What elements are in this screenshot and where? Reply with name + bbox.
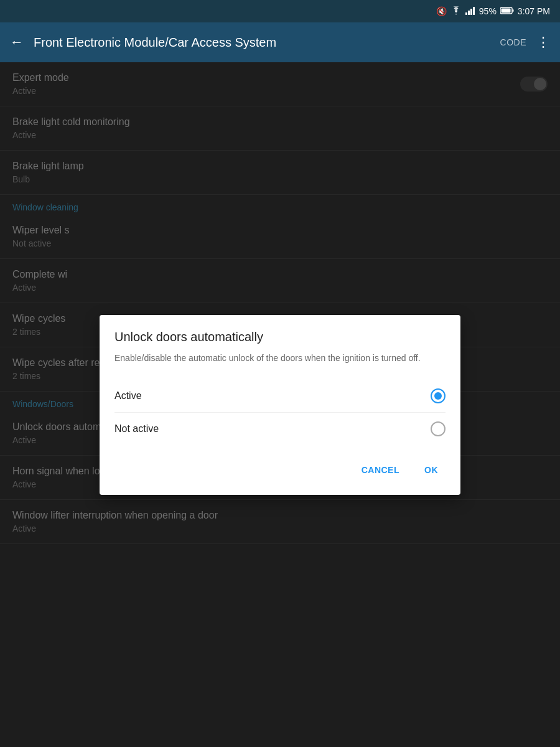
radio-not-active[interactable] [431,421,446,436]
background-content: Expert mode Active Brake light cold moni… [0,62,560,747]
app-bar: ← Front Electronic Module/Car Access Sys… [0,22,560,62]
dialog-options: Active Not active [114,380,446,445]
ok-button[interactable]: OK [417,460,446,480]
svg-rect-1 [468,11,470,15]
battery-icon [500,6,514,16]
svg-rect-0 [465,12,467,15]
radio-active[interactable] [431,388,446,403]
dialog-overlay: Unlock doors automatically Enable/disabl… [0,62,560,747]
signal-icon [465,6,475,17]
time-display: 3:07 PM [518,6,550,16]
mute-icon: 🔇 [436,6,447,16]
dialog-message: Enable/disable the automatic unlock of t… [114,352,446,365]
option-active[interactable]: Active [114,380,446,413]
dialog-actions: CANCEL OK [114,460,446,480]
wifi-icon [450,6,462,17]
svg-rect-5 [501,9,510,13]
status-icons: 🔇 95% [436,6,550,17]
battery-text: 95% [479,6,497,16]
page-title: Front Electronic Module/Car Access Syste… [34,35,490,50]
option-not-active[interactable]: Not active [114,413,446,445]
svg-rect-6 [512,9,513,12]
option-active-label: Active [114,390,142,402]
more-options-icon[interactable]: ⋮ [536,34,550,50]
dialog: Unlock doors automatically Enable/disabl… [100,315,460,495]
status-bar: 🔇 95% [0,0,560,22]
code-button[interactable]: CODE [500,37,526,47]
svg-rect-2 [470,9,472,15]
svg-rect-3 [473,7,475,15]
dialog-title: Unlock doors automatically [114,330,446,344]
option-not-active-label: Not active [114,423,159,435]
app-bar-actions: CODE ⋮ [500,34,550,50]
back-button[interactable]: ← [10,34,24,50]
cancel-button[interactable]: CANCEL [354,460,407,480]
radio-active-dot [434,392,442,400]
